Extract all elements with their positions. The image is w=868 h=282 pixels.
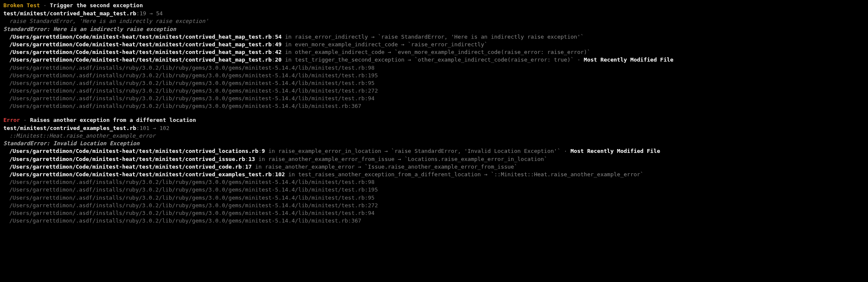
trace-file: contrived_locations.rb: [185, 148, 258, 154]
colon: :: [258, 148, 262, 154]
colon: :: [272, 41, 275, 48]
trace-path-prefix: /Users/garrettdimon/Code/minitest-heat/t…: [9, 148, 185, 154]
failure-title: Raises another exception from a differen…: [30, 117, 196, 123]
colon: :: [272, 171, 275, 178]
trace-line-dim: /Users/garrettdimon/.asdf/installs/ruby/…: [3, 186, 865, 194]
trace-line-number: 13: [249, 156, 255, 162]
trace-code: `raise StandardError, 'Invalid Location …: [391, 148, 560, 154]
source-snippet: raise StandardError, 'Here is an indirec…: [3, 17, 865, 25]
trace-line-number: 54: [275, 34, 282, 40]
separator-dot: ·: [43, 2, 47, 8]
failure-title: Trigger the second exception: [50, 2, 143, 8]
trace-code: `even_more_example_indirect_code(raise_e…: [395, 49, 591, 55]
trace-code: `other_example_indirect_code(raise_error…: [414, 56, 574, 63]
trace-line-number: 20: [275, 56, 282, 63]
most-recently-modified-label: Most Recently Modified File: [571, 148, 660, 154]
failure-block: Error · Raises another exception from a …: [3, 116, 865, 225]
trace-context: in raise_error_indirectly →: [282, 34, 378, 40]
line-from: 19: [140, 10, 146, 17]
trace-line-dim: /Users/garrettdimon/.asdf/installs/ruby/…: [3, 72, 865, 79]
trace-context: in test_trigger_the_second_exception →: [282, 56, 414, 63]
trace-file: contrived_heat_map_test.rb: [185, 34, 272, 40]
most-recently-modified-label: Most Recently Modified File: [584, 56, 673, 63]
separator-dot: ·: [560, 148, 570, 154]
source-snippet: ::Minitest::Heat.raise_another_example_e…: [3, 132, 865, 140]
trace-code: `Issue.raise_another_example_error_from_…: [364, 164, 517, 170]
line-to: 54: [156, 10, 163, 17]
trace-path-prefix: /Users/garrettdimon/Code/minitest-heat/t…: [9, 41, 185, 48]
trace-line-number: 42: [275, 49, 282, 55]
trace-line-dim: /Users/garrettdimon/.asdf/installs/ruby/…: [3, 217, 865, 225]
colon: :: [242, 164, 245, 170]
colon: :: [272, 49, 275, 55]
failure-location: test/minitest/contrived_examples_test.rb…: [3, 124, 865, 132]
trace-line-dim: /Users/garrettdimon/.asdf/installs/ruby/…: [3, 102, 865, 110]
failure-block: Broken Test · Trigger the second excepti…: [3, 2, 865, 110]
failure-label: Broken Test: [3, 2, 40, 8]
trace-path-prefix: /Users/garrettdimon/Code/minitest-heat/t…: [9, 56, 185, 63]
trace-line-dim: /Users/garrettdimon/.asdf/installs/ruby/…: [3, 194, 865, 202]
colon: :: [272, 56, 275, 63]
arrow-icon: →: [149, 10, 153, 17]
trace-file: contrived_code.rb: [185, 164, 242, 170]
trace-line-dim: /Users/garrettdimon/.asdf/installs/ruby/…: [3, 64, 865, 72]
colon: :: [136, 10, 140, 17]
trace-context: in test_raises_another_exception_from_a_…: [285, 171, 491, 178]
line-from: 101: [140, 125, 149, 131]
file-path: test/minitest/contrived_heat_map_test.rb: [3, 10, 136, 17]
trace-path-prefix: /Users/garrettdimon/Code/minitest-heat/t…: [9, 156, 185, 162]
trace-context: in raise_another_example_error →: [252, 164, 364, 170]
trace-code: `Locations.raise_example_error_in_locati…: [404, 156, 547, 162]
trace-line-number: 9: [262, 148, 265, 154]
error-message: StandardError: Here is an indirectly rai…: [3, 25, 865, 33]
failure-location: test/minitest/contrived_heat_map_test.rb…: [3, 10, 865, 17]
trace-line-dim: /Users/garrettdimon/.asdf/installs/ruby/…: [3, 95, 865, 102]
failure-label: Error: [3, 117, 20, 123]
arrow-icon: →: [153, 125, 156, 131]
error-message: StandardError: Invalid Location Exceptio…: [3, 140, 865, 147]
failure-title-line: Error · Raises another exception from a …: [3, 116, 865, 124]
trace-path-prefix: /Users/garrettdimon/Code/minitest-heat/t…: [9, 164, 185, 170]
trace-file: contrived_heat_map_test.rb: [185, 41, 272, 48]
trace-file: contrived_heat_map_test.rb: [185, 56, 272, 63]
file-path: test/minitest/contrived_examples_test.rb: [3, 125, 136, 131]
trace-code: `::Minitest::Heat.raise_another_example_…: [491, 171, 644, 178]
trace-line: /Users/garrettdimon/Code/minitest-heat/t…: [3, 33, 865, 41]
trace-line-dim: /Users/garrettdimon/.asdf/installs/ruby/…: [3, 209, 865, 217]
trace-line-number: 102: [275, 171, 285, 178]
terminal-output: Broken Test · Trigger the second excepti…: [3, 2, 865, 225]
colon: :: [245, 156, 249, 162]
trace-line-number: 49: [275, 41, 282, 48]
trace-line-number: 17: [245, 164, 252, 170]
trace-context: in raise_another_example_error_from_issu…: [255, 156, 404, 162]
trace-line: /Users/garrettdimon/Code/minitest-heat/t…: [3, 56, 865, 64]
trace-line: /Users/garrettdimon/Code/minitest-heat/t…: [3, 147, 865, 155]
trace-context: in even_more_example_indirect_code →: [282, 41, 408, 48]
separator-dot: ·: [23, 117, 27, 123]
trace-context: in raise_example_error_in_location →: [265, 148, 391, 154]
trace-line-dim: /Users/garrettdimon/.asdf/installs/ruby/…: [3, 87, 865, 95]
failure-title-line: Broken Test · Trigger the second excepti…: [3, 2, 865, 9]
trace-path-prefix: /Users/garrettdimon/Code/minitest-heat/t…: [9, 171, 185, 178]
trace-file: contrived_examples_test.rb: [185, 171, 272, 178]
trace-path-prefix: /Users/garrettdimon/Code/minitest-heat/t…: [9, 34, 185, 40]
trace-line: /Users/garrettdimon/Code/minitest-heat/t…: [3, 155, 865, 163]
trace-file: contrived_issue.rb: [185, 156, 245, 162]
trace-line: /Users/garrettdimon/Code/minitest-heat/t…: [3, 48, 865, 56]
trace-line-dim: /Users/garrettdimon/.asdf/installs/ruby/…: [3, 202, 865, 209]
trace-context: in other_example_indirect_code →: [282, 49, 395, 55]
line-to: 102: [160, 125, 169, 131]
trace-line-dim: /Users/garrettdimon/.asdf/installs/ruby/…: [3, 178, 865, 186]
trace-line: /Users/garrettdimon/Code/minitest-heat/t…: [3, 163, 865, 171]
trace-path-prefix: /Users/garrettdimon/Code/minitest-heat/t…: [9, 49, 185, 55]
trace-code: `raise_error_indirectly`: [408, 41, 487, 48]
trace-line: /Users/garrettdimon/Code/minitest-heat/t…: [3, 171, 865, 178]
trace-code: `raise StandardError, 'Here is an indire…: [378, 34, 584, 40]
trace-line: /Users/garrettdimon/Code/minitest-heat/t…: [3, 41, 865, 48]
colon: :: [136, 125, 140, 131]
trace-file: contrived_heat_map_test.rb: [185, 49, 272, 55]
separator-dot: ·: [574, 56, 584, 63]
trace-line-dim: /Users/garrettdimon/.asdf/installs/ruby/…: [3, 79, 865, 87]
colon: :: [272, 34, 275, 40]
